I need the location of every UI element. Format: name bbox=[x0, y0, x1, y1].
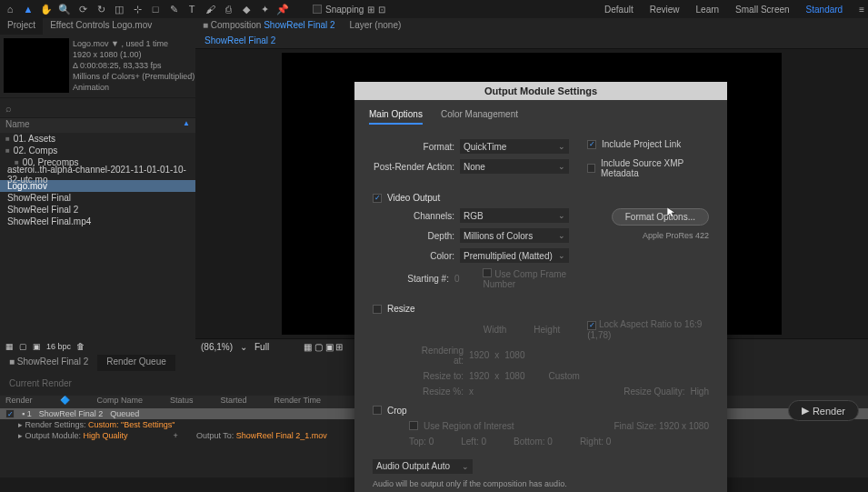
footage-thumbnail bbox=[4, 38, 69, 93]
project-tab[interactable]: Project bbox=[0, 18, 43, 35]
starting-value: 0 bbox=[454, 274, 460, 284]
codec-hint: Apple ProRes 422 bbox=[612, 231, 709, 240]
workspace-tabs: Default Review Learn Small Screen Standa… bbox=[604, 5, 864, 15]
snapping-checkbox[interactable] bbox=[313, 5, 322, 14]
depth-dropdown[interactable]: Millions of Colors bbox=[460, 228, 569, 243]
new-bin-icon[interactable]: ▦ bbox=[5, 342, 14, 351]
snap-icon-1[interactable]: ⊞ bbox=[367, 5, 374, 15]
post-render-dropdown[interactable]: None bbox=[460, 159, 569, 174]
color-management-tab[interactable]: Color Management bbox=[441, 109, 518, 125]
ws-review[interactable]: Review bbox=[650, 5, 680, 15]
snapping-toggle[interactable]: Snapping ⊞ ⊡ bbox=[313, 5, 385, 15]
top-toolbar: ⌂ ▲ ✋ 🔍 ⟳ ↻ ◫ ⊹ □ ✎ T 🖌 ⎙ ◆ ✦ 📌 Snapping… bbox=[0, 0, 868, 18]
snap-icon-2[interactable]: ⊡ bbox=[378, 5, 385, 15]
resize-label: Resize bbox=[387, 304, 415, 314]
shape-tool-icon[interactable]: □ bbox=[149, 3, 162, 15]
list-item[interactable]: 02. Comps bbox=[0, 145, 195, 156]
output-module-settings-dialog: Output Module Settings Main Options Colo… bbox=[354, 82, 727, 492]
stamp-tool-icon[interactable]: ⎙ bbox=[222, 3, 234, 15]
render-queue-tab[interactable]: Render Queue bbox=[97, 355, 175, 371]
new-comp-icon[interactable]: ▣ bbox=[33, 342, 41, 351]
comp-subtab[interactable]: ShowReel Final 2 bbox=[195, 35, 284, 46]
resolution-dropdown[interactable]: Full bbox=[254, 342, 269, 352]
project-list: 01. Assets 02. Comps 00. Precomps astero… bbox=[0, 133, 195, 338]
main-options-tab[interactable]: Main Options bbox=[369, 109, 423, 125]
zoom-dropdown[interactable]: (86,1%) bbox=[201, 342, 233, 352]
ws-learn[interactable]: Learn bbox=[696, 5, 720, 15]
project-search[interactable]: ⌕ bbox=[0, 98, 195, 118]
crop-checkbox[interactable] bbox=[373, 406, 382, 415]
list-item[interactable]: 01. Assets bbox=[0, 133, 195, 145]
ws-overflow-icon[interactable]: ≡ bbox=[859, 5, 864, 15]
audio-hint: Audio will be output only if the composi… bbox=[373, 479, 709, 488]
layer-tab[interactable]: Layer (none) bbox=[343, 18, 409, 35]
rotate-tool-icon[interactable]: ↻ bbox=[95, 3, 107, 15]
timeline-tab[interactable]: ■ ShowReel Final 2 bbox=[0, 355, 97, 371]
effect-controls-tab[interactable]: Effect Controls Logo.mov bbox=[43, 18, 159, 35]
video-output-label: Video Output bbox=[387, 193, 440, 203]
include-xmp-label: Include Source XMP Metadata bbox=[601, 158, 709, 178]
video-output-checkbox[interactable] bbox=[373, 194, 382, 203]
color-dropdown[interactable]: Premultiplied (Matted) bbox=[460, 248, 569, 263]
bpc-toggle[interactable]: 16 bpc bbox=[46, 342, 71, 351]
brush-tool-icon[interactable]: 🖌 bbox=[204, 3, 216, 15]
snapping-label: Snapping bbox=[325, 5, 364, 15]
ws-small-screen[interactable]: Small Screen bbox=[735, 5, 789, 15]
resize-checkbox[interactable] bbox=[373, 305, 382, 314]
new-folder-icon[interactable]: ▢ bbox=[19, 342, 27, 351]
selection-tool-icon[interactable]: ▲ bbox=[22, 3, 35, 15]
sort-arrow-icon[interactable]: ▲ bbox=[183, 119, 190, 132]
name-column-header[interactable]: Name bbox=[5, 119, 30, 132]
format-dropdown[interactable]: QuickTime bbox=[460, 139, 569, 154]
dialog-title: Output Module Settings bbox=[354, 82, 727, 100]
orbit-tool-icon[interactable]: ⟳ bbox=[76, 3, 89, 15]
project-panel: Project Effect Controls Logo.mov Logo.mo… bbox=[0, 18, 195, 355]
render-checkbox[interactable] bbox=[5, 409, 15, 418]
post-render-label: Post-Render Action: bbox=[373, 162, 454, 172]
ws-default[interactable]: Default bbox=[604, 5, 634, 15]
text-tool-icon[interactable]: T bbox=[185, 3, 198, 15]
anchor-tool-icon[interactable]: ⊹ bbox=[131, 3, 144, 15]
home-icon[interactable]: ⌂ bbox=[4, 3, 16, 15]
list-item[interactable]: ShowReel Final bbox=[0, 192, 195, 204]
audio-output-dropdown[interactable]: Audio Output Auto bbox=[373, 459, 473, 474]
footage-meta: Logo.mov ▼ , used 1 time 1920 x 1080 (1.… bbox=[73, 35, 195, 97]
list-item[interactable]: ShowReel Final 2 bbox=[0, 204, 195, 216]
channels-dropdown[interactable]: RGB bbox=[460, 208, 569, 223]
search-icon: ⌕ bbox=[5, 103, 12, 114]
trash-icon[interactable]: 🗑 bbox=[76, 342, 85, 351]
include-xmp-checkbox[interactable] bbox=[587, 164, 595, 173]
include-link-checkbox[interactable] bbox=[587, 140, 596, 149]
camera-tool-icon[interactable]: ◫ bbox=[113, 3, 125, 15]
ws-standard[interactable]: Standard bbox=[806, 5, 843, 15]
zoom-tool-icon[interactable]: 🔍 bbox=[58, 3, 71, 15]
format-options-button[interactable]: Format Options... bbox=[612, 208, 709, 226]
render-button[interactable]: ▶ Render bbox=[788, 400, 859, 421]
pen-tool-icon[interactable]: ✎ bbox=[167, 3, 180, 15]
format-label: Format: bbox=[373, 142, 454, 152]
hand-tool-icon[interactable]: ✋ bbox=[40, 3, 53, 15]
composition-tab[interactable]: ■ Composition ShowReel Final 2 bbox=[195, 18, 343, 35]
puppet-tool-icon[interactable]: 📌 bbox=[276, 3, 289, 15]
roto-tool-icon[interactable]: ✦ bbox=[258, 3, 271, 15]
eraser-tool-icon[interactable]: ◆ bbox=[240, 3, 253, 15]
include-link-label: Include Project Link bbox=[602, 139, 681, 149]
list-item[interactable]: asteroi..th-alpha-channel-2021-11-01-01-… bbox=[0, 168, 195, 180]
list-item[interactable]: ShowReel Final.mp4 bbox=[0, 216, 195, 227]
crop-label: Crop bbox=[387, 406, 407, 416]
